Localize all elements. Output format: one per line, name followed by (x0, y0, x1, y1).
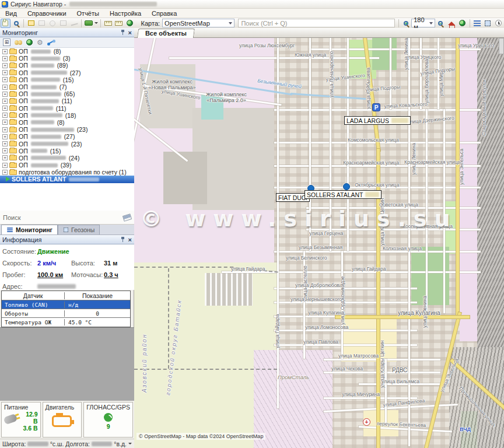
measure-button[interactable] (103, 19, 113, 28)
tab-Мониторинг[interactable]: Мониторинг (1, 225, 58, 235)
route-icon[interactable] (47, 40, 55, 46)
expand-icon[interactable]: + (2, 163, 8, 168)
layers-button[interactable] (84, 19, 98, 28)
expand-icon[interactable]: + (2, 155, 8, 160)
tree-group-row[interactable]: +ОП(27) (0, 69, 134, 76)
expand-icon[interactable]: + (2, 70, 8, 75)
binoculars-icon[interactable] (15, 40, 22, 45)
map-scale-select[interactable]: 180 м (411, 19, 435, 27)
geozone-add-button[interactable] (37, 19, 47, 28)
sensor-name: Обороты (2, 310, 65, 317)
geozone-circle-button[interactable] (48, 19, 57, 28)
parking-icon[interactable]: P (372, 103, 380, 111)
menu-item-Отчёты[interactable]: Отчёты (72, 9, 104, 18)
close-icon[interactable]: × (128, 30, 132, 36)
selection-frame-button[interactable] (483, 19, 492, 28)
expand-icon[interactable]: + (2, 49, 8, 54)
sensor-row[interactable]: Топливо (CAN)н/д (2, 300, 130, 309)
expand-all-button[interactable]: ⊞ (3, 38, 10, 46)
geozone-line-button[interactable] (69, 19, 79, 28)
home-view-button[interactable] (447, 19, 456, 28)
map-canvas[interactable]: улица Розы ЛюксембургЮжная улицаулица Ур… (134, 38, 504, 448)
hours-link[interactable]: 0.3 ч (104, 271, 118, 278)
vehicle-label[interactable]: SOLLERS ATALANT (304, 190, 382, 199)
tree-group-row[interactable]: +ОП(18) (0, 112, 134, 119)
menu-item-Вид[interactable]: Вид (0, 9, 22, 18)
expand-icon[interactable]: + (2, 127, 8, 132)
tree-group-row[interactable]: +ОП(24) (0, 155, 134, 162)
tree-group-row[interactable]: +ОП(15) (0, 76, 134, 83)
expand-icon[interactable]: + (2, 99, 8, 104)
caret-down-icon[interactable] (128, 443, 132, 444)
expand-icon[interactable]: + (2, 120, 8, 125)
map-provider-select[interactable]: OpenStreetMap (162, 19, 235, 27)
measure2-button[interactable] (114, 19, 124, 28)
menu-item-Настройка[interactable]: Настройка (104, 9, 146, 18)
expand-icon[interactable]: + (2, 85, 8, 90)
tree-group-row[interactable]: +ОП(23) (0, 126, 134, 133)
expand-icon[interactable]: + (2, 148, 8, 153)
map-tab-all-objects[interactable]: Все объекты (137, 29, 195, 38)
tree-group-row[interactable]: +подготовка оборудования по счету (1) (0, 169, 134, 176)
hand-icon (2, 20, 8, 26)
expand-icon[interactable]: + (2, 92, 8, 97)
eraser-icon[interactable] (123, 214, 132, 222)
tree-group-row[interactable]: +ОП(7) (0, 83, 134, 90)
vehicle-label[interactable]: LADA LARGUS (344, 116, 411, 125)
tree-group-row[interactable]: +ОП(27) (0, 133, 134, 140)
map-scrollbar-thumb[interactable] (499, 38, 504, 54)
sensor-row[interactable]: Температура ОЖ45.0 °C (2, 318, 130, 327)
tree-group-row[interactable]: +ОП(8) (0, 119, 134, 126)
expand-icon[interactable]: + (2, 63, 8, 68)
tree-item-selected[interactable]: SOLLERS ATLANT (0, 176, 134, 183)
tab-label: Мониторинг (16, 226, 52, 233)
vehicle-marker[interactable] (343, 183, 350, 190)
expand-icon[interactable]: + (2, 170, 8, 175)
tree-group-row[interactable]: +ОП(23) (0, 140, 134, 147)
geozone-edit-button[interactable] (26, 19, 36, 28)
tree-group-prefix: ОП (19, 155, 28, 162)
expand-icon[interactable]: + (2, 134, 8, 139)
settings-gear-icon[interactable]: ⚙ (37, 39, 43, 46)
speed-value: 2 км/ч (37, 260, 56, 267)
close-icon[interactable]: × (128, 237, 132, 243)
map-zoom-in-button[interactable]: + (401, 19, 411, 28)
map-street-label: улица Чернышевского (290, 296, 342, 302)
tree-group-row[interactable]: +ОП(65) (0, 90, 134, 97)
tree-group-row[interactable]: +ОП(11) (0, 105, 134, 112)
show-on-map-icon[interactable] (26, 39, 33, 46)
world-view-button[interactable] (457, 19, 467, 28)
menu-item-Справочники[interactable]: Справочники (22, 9, 72, 18)
zoom-tool-button[interactable] (12, 19, 21, 28)
map-street-label: улица Матросова (338, 353, 379, 359)
map-zoom-out-button[interactable]: − (436, 19, 445, 28)
expand-icon[interactable]: + (2, 106, 8, 111)
tree-search-row[interactable]: Поиск (0, 211, 134, 225)
sensor-value: 45.0 °C (65, 319, 130, 326)
expand-icon[interactable]: + (2, 113, 8, 118)
pin-icon[interactable] (121, 237, 125, 242)
tab-Геозоны[interactable]: Геозоны (58, 225, 100, 235)
expand-icon[interactable]: + (2, 141, 8, 146)
expand-icon[interactable]: + (2, 56, 8, 61)
history-button[interactable] (494, 19, 503, 28)
tree-group-row[interactable]: +ОП(8) (0, 48, 134, 55)
map-globe-button[interactable] (125, 19, 134, 28)
tree-group-row[interactable]: +ОП(39) (0, 162, 134, 169)
global-search-input[interactable]: Поиск (Ctrl + Q) (238, 19, 394, 27)
object-list-button[interactable] (473, 19, 482, 28)
tree-group-row[interactable]: +ОП(15) (0, 148, 134, 155)
mileage-link[interactable]: 100.0 км (37, 271, 63, 278)
sensor-row[interactable]: Обороты0 (2, 309, 130, 318)
tree-group-row[interactable]: +ОП(89) (0, 62, 134, 69)
tree-group-row[interactable]: +ОП(3) (0, 55, 134, 62)
expand-icon[interactable]: + (2, 77, 8, 82)
menu-item-Справка[interactable]: Справка (146, 9, 182, 18)
tree-group-prefix: ОП (19, 148, 28, 155)
tree-group-row[interactable]: +ОП(11) (0, 97, 134, 104)
geozone-polygon-button[interactable] (59, 19, 68, 28)
tree-group-count: (3) (63, 55, 71, 62)
pan-tool-button[interactable] (1, 19, 10, 28)
tree-group-count: (11) (56, 105, 66, 112)
pin-icon[interactable] (121, 30, 125, 35)
